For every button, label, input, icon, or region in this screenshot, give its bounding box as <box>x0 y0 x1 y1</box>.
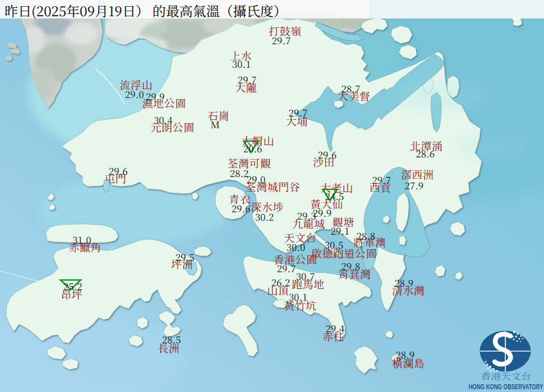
svg-text:HONG KONG OBSERVATORY: HONG KONG OBSERVATORY <box>469 383 543 391</box>
svg-text:香港天文台: 香港天文台 <box>481 370 531 382</box>
